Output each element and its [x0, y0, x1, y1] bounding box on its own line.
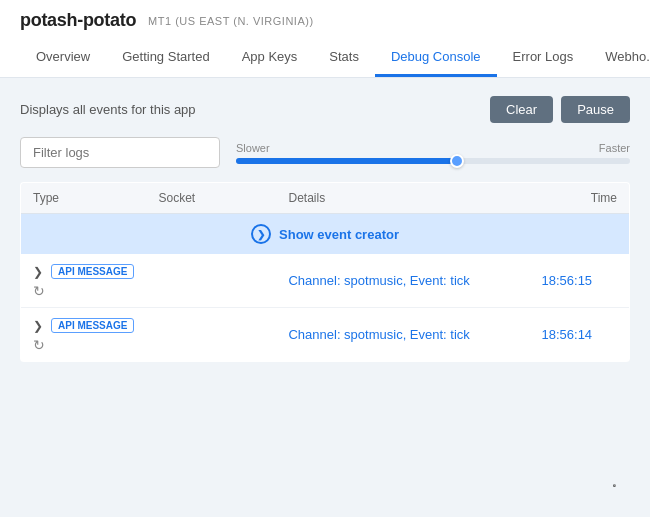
time-val-1: 18:56:15 — [542, 273, 593, 288]
api-badge-1: API MESSAGE — [51, 264, 134, 279]
expand-btn-1[interactable]: ❯ — [33, 265, 43, 279]
show-event-label: Show event creator — [279, 227, 399, 242]
col-header-details: Details — [276, 183, 529, 214]
table-row: ❯ API MESSAGE ↻ Channel: spotmusic, Even… — [21, 308, 630, 362]
detail-link-2[interactable]: Channel: spotmusic, Event: tick — [288, 327, 469, 342]
chevron-right-icon: ❯ — [251, 224, 271, 244]
filter-row: Slower Faster — [20, 137, 630, 168]
filter-logs-input[interactable] — [20, 137, 220, 168]
detail-link-1[interactable]: Channel: spotmusic, Event: tick — [288, 273, 469, 288]
clear-button[interactable]: Clear — [490, 96, 553, 123]
pause-button[interactable]: Pause — [561, 96, 630, 123]
col-header-socket: Socket — [146, 183, 276, 214]
tab-stats[interactable]: Stats — [313, 39, 375, 77]
app-header: potash-potato MT1 (US EAST (N. VIRGINIA)… — [20, 10, 630, 39]
socket-cell-1 — [146, 254, 276, 308]
toolbar-buttons: Clear Pause — [490, 96, 630, 123]
speed-slider-track[interactable] — [236, 158, 630, 164]
type-cell-2: ❯ API MESSAGE ↻ — [21, 308, 147, 362]
speed-labels: Slower Faster — [236, 142, 630, 154]
socket-cell-2 — [146, 308, 276, 362]
speed-slider-thumb[interactable] — [450, 154, 464, 168]
details-cell-2: Channel: spotmusic, Event: tick — [276, 308, 529, 362]
time-val-2: 18:56:14 — [542, 327, 593, 342]
row-top-2: ❯ API MESSAGE — [33, 318, 134, 333]
show-event-cell[interactable]: ❯ Show event creator — [21, 214, 630, 255]
app-region: MT1 (US EAST (N. VIRGINIA)) — [148, 15, 313, 27]
col-header-type: Type — [21, 183, 147, 214]
api-badge-2: API MESSAGE — [51, 318, 134, 333]
refresh-icon-1: ↻ — [33, 283, 45, 299]
speed-control: Slower Faster — [236, 142, 630, 164]
refresh-icon-2: ↻ — [33, 337, 45, 353]
type-cell-1: ❯ API MESSAGE ↻ — [21, 254, 147, 308]
row-top-1: ❯ API MESSAGE — [33, 264, 134, 279]
details-cell-1: Channel: spotmusic, Event: tick — [276, 254, 529, 308]
content-area: Displays all events for this app Clear P… — [0, 78, 650, 380]
log-table: Type Socket Details Time ❯ Show event cr… — [20, 182, 630, 362]
cursor: ⬞ — [609, 476, 620, 497]
show-event-content: ❯ Show event creator — [33, 224, 617, 244]
tab-error-logs[interactable]: Error Logs — [497, 39, 590, 77]
col-header-time: Time — [530, 183, 630, 214]
toolbar: Displays all events for this app Clear P… — [20, 96, 630, 123]
toolbar-description: Displays all events for this app — [20, 102, 196, 117]
time-cell-2: 18:56:14 — [530, 308, 630, 362]
faster-label: Faster — [599, 142, 630, 154]
slower-label: Slower — [236, 142, 270, 154]
app-name: potash-potato — [20, 10, 136, 31]
nav-tabs: Overview Getting Started App Keys Stats … — [20, 39, 630, 77]
tab-debug-console[interactable]: Debug Console — [375, 39, 497, 77]
show-event-row[interactable]: ❯ Show event creator — [21, 214, 630, 255]
expand-btn-2[interactable]: ❯ — [33, 319, 43, 333]
tab-webhooks[interactable]: Webho... — [589, 39, 650, 77]
tab-app-keys[interactable]: App Keys — [226, 39, 314, 77]
top-bar: potash-potato MT1 (US EAST (N. VIRGINIA)… — [0, 0, 650, 78]
table-row: ❯ API MESSAGE ↻ Channel: spotmusic, Even… — [21, 254, 630, 308]
log-table-body: ❯ Show event creator ❯ API MESSAGE ↻ Cha… — [21, 214, 630, 362]
log-table-header: Type Socket Details Time — [21, 183, 630, 214]
time-cell-1: 18:56:15 — [530, 254, 630, 308]
tab-overview[interactable]: Overview — [20, 39, 106, 77]
speed-slider-fill — [236, 158, 457, 164]
tab-getting-started[interactable]: Getting Started — [106, 39, 225, 77]
